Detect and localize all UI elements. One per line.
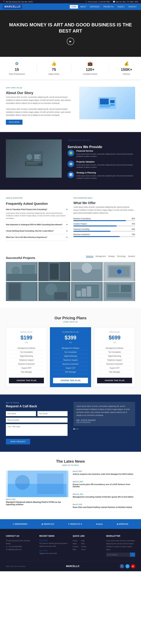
callback-phone-input[interactable] bbox=[6, 418, 68, 422]
about-img-placeholder bbox=[79, 87, 135, 119]
project-thumb-7[interactable] bbox=[71, 282, 103, 301]
stat-projects: 💼 120+ Complete Projects bbox=[83, 61, 97, 75]
footer-copyright: Made with ♥ Envato Market bbox=[6, 566, 25, 567]
footer-link-help[interactable]: Help bbox=[81, 539, 87, 542]
news-featured-date: March 8, 2019 bbox=[6, 498, 68, 500]
project-thumb-6[interactable] bbox=[38, 282, 70, 301]
pro-choose-button[interactable]: CHOOSE THIS PLAN bbox=[97, 378, 132, 383]
project-thumb-2[interactable] bbox=[38, 262, 70, 281]
read-more-button[interactable]: READ MORE bbox=[6, 120, 22, 125]
footer-email: ✉ info@marcello.com bbox=[6, 548, 35, 551]
project-thumb-3[interactable] bbox=[71, 262, 103, 281]
footer-link-contact[interactable]: Contact bbox=[73, 545, 78, 548]
footer-link-about[interactable]: About bbox=[73, 542, 78, 545]
send-request-button[interactable]: SEND A REQUEST bbox=[6, 439, 30, 444]
footer-link-blog[interactable]: Blog bbox=[73, 548, 78, 551]
play-button[interactable]: ▶ bbox=[67, 38, 74, 45]
youtube-icon[interactable]: ▶ bbox=[131, 564, 135, 568]
faq-item-2[interactable]: How Important is Undergrad GPA for MBA C… bbox=[6, 222, 68, 228]
tab-technology[interactable]: Technology bbox=[117, 255, 126, 258]
basic-choose-button[interactable]: CHOOSE THIS PLAN bbox=[9, 378, 44, 383]
news-title-4[interactable]: Ruan Allen and Daniel Gaffney named Part… bbox=[73, 506, 135, 508]
projects-label: Complete Projects bbox=[83, 73, 97, 75]
tab-valuation[interactable]: Valuation bbox=[128, 255, 135, 258]
nav-pages[interactable]: Pages bbox=[116, 5, 126, 8]
clock-icon: 🕐 bbox=[113, 1, 115, 3]
nav-contact[interactable]: Contact bbox=[127, 5, 138, 8]
svg-rect-10 bbox=[34, 156, 39, 157]
strategy-service-icon: 📊 bbox=[68, 172, 74, 178]
basic-feature-6: Support EMT bbox=[9, 366, 44, 370]
service-title-3: Strategy & Planning bbox=[76, 172, 135, 174]
callback-email-input[interactable] bbox=[37, 411, 68, 416]
tab-strategy[interactable]: Strategy bbox=[108, 255, 115, 258]
dot-3[interactable] bbox=[77, 428, 78, 430]
pricing-header: Our Pricing Plans START WITH US bbox=[6, 316, 135, 323]
skill-business-label: Business Consultancy 85% bbox=[73, 218, 135, 220]
dot-2[interactable] bbox=[75, 428, 77, 430]
service-text-2: Property Valuation Lorem ipsum dolor sit… bbox=[76, 160, 135, 168]
about-image bbox=[79, 87, 135, 119]
faq-item-3[interactable]: I Know Nothing About Consulting. How Do … bbox=[6, 228, 68, 234]
basic-feature-5: Business Investment bbox=[9, 362, 44, 366]
facebook-icon[interactable]: f bbox=[120, 564, 124, 568]
faq-item-4[interactable]: What Can I do to Get More Business Exper… bbox=[6, 234, 68, 240]
faq-question-2: How Important is Undergrad GPA for MBA C… bbox=[6, 223, 68, 226]
svg-rect-5 bbox=[100, 106, 110, 107]
callback-message-input[interactable] bbox=[6, 424, 68, 436]
skill-financial: Financial Consulting 60% bbox=[73, 228, 135, 232]
about-text2: Lorem ipsum dolor sit amet, consectetur … bbox=[6, 108, 73, 116]
news-section: The Lates News KEEP UP TO DATE March 8, … bbox=[0, 452, 141, 519]
pricing-basic: BASIC PLAN $199 /mo Management Software … bbox=[6, 327, 47, 387]
about-content: OUR CORE VALUE About Our Story Lorem ips… bbox=[6, 87, 73, 124]
address-text: 900 San Antonio Rd, Palo Alto, 94303 bbox=[6, 1, 33, 3]
basic-plan-name: BASIC PLAN bbox=[9, 331, 44, 333]
news-title-1[interactable]: Ankura acquires two business units from … bbox=[73, 473, 135, 475]
testimonial-role: CEO AT DEUSCHE bbox=[76, 422, 132, 423]
faq-question-4: What Can I do to Get More Business Exper… bbox=[6, 236, 68, 238]
standard-choose-button[interactable]: CHoose THIs PLAN bbox=[53, 378, 88, 383]
footer-link-forum[interactable]: Forum bbox=[73, 539, 78, 542]
pricing-title: Our Pricing Plans bbox=[6, 316, 135, 320]
news-featured-title[interactable]: Standard Chartered selects Bearing Point… bbox=[6, 501, 68, 506]
service-item-3: 📊 Strategy & Planning Lorem ipsum dolor … bbox=[68, 172, 135, 180]
footer-grid: CONTACT US 📍 900 San Antonio Rd, Palo Al… bbox=[6, 535, 135, 556]
nav-projects[interactable]: Projects bbox=[102, 5, 115, 8]
tab-business[interactable]: Business bbox=[86, 255, 93, 258]
standard-feature-6: Support 24/7 bbox=[53, 366, 88, 370]
nav-about[interactable]: About bbox=[79, 5, 88, 8]
experience-icon: ⚙ bbox=[15, 61, 19, 66]
newsletter-email-input[interactable] bbox=[106, 552, 130, 557]
logo[interactable]: MARCELLO bbox=[3, 4, 22, 9]
news-title-2[interactable]: Emma Leonis joins HR consultancy arm of … bbox=[73, 483, 135, 488]
play-icon: ▶ bbox=[69, 40, 72, 43]
nav-services[interactable]: Services bbox=[88, 5, 101, 8]
footer: CONTACT US 📍 900 San Antonio Rd, Palo Al… bbox=[0, 529, 141, 571]
project-thumb-4[interactable] bbox=[103, 262, 135, 281]
dot-1[interactable] bbox=[73, 428, 75, 430]
top-bar-right: 📞 Free Consult +1 234 567 8901 🕐 Man Hrs… bbox=[85, 1, 138, 3]
project-thumb-1[interactable] bbox=[6, 262, 38, 281]
faq-question-3: I Know Nothing About Consulting. How Do … bbox=[6, 230, 68, 232]
nav-home[interactable]: Home bbox=[70, 5, 78, 8]
tab-management[interactable]: Management bbox=[96, 255, 106, 258]
revenue-icon: 💰 bbox=[124, 61, 129, 66]
callback-name-input[interactable] bbox=[6, 411, 36, 416]
service-title-1: Financial Service bbox=[76, 150, 135, 152]
twitter-icon[interactable]: t bbox=[126, 564, 130, 568]
offer-title: What We Offer bbox=[73, 201, 135, 205]
footer-link-privacy[interactable]: Privacy bbox=[81, 545, 87, 548]
newsletter-submit-button[interactable]: → bbox=[130, 552, 135, 557]
project-thumb-8[interactable] bbox=[103, 282, 135, 301]
footer-link-faq[interactable]: FAQ bbox=[81, 542, 87, 545]
svg-point-28 bbox=[117, 270, 122, 274]
experience-label: Years Of Experience bbox=[9, 73, 25, 75]
project-thumb-5[interactable] bbox=[6, 282, 38, 301]
faq-item-1[interactable]: How to Transition Point Finance Into Con… bbox=[6, 206, 68, 222]
consult-phone: +1 234 567 8901 bbox=[98, 1, 110, 3]
footer-news-title: RECENT NEWS bbox=[39, 535, 68, 537]
news-title-3[interactable]: Management consulting market of Nordics … bbox=[73, 496, 135, 498]
svg-point-48 bbox=[15, 475, 30, 490]
pro-feature-7: Plan Manager bbox=[97, 370, 132, 374]
footer-link-terms[interactable]: Terms bbox=[81, 548, 87, 551]
